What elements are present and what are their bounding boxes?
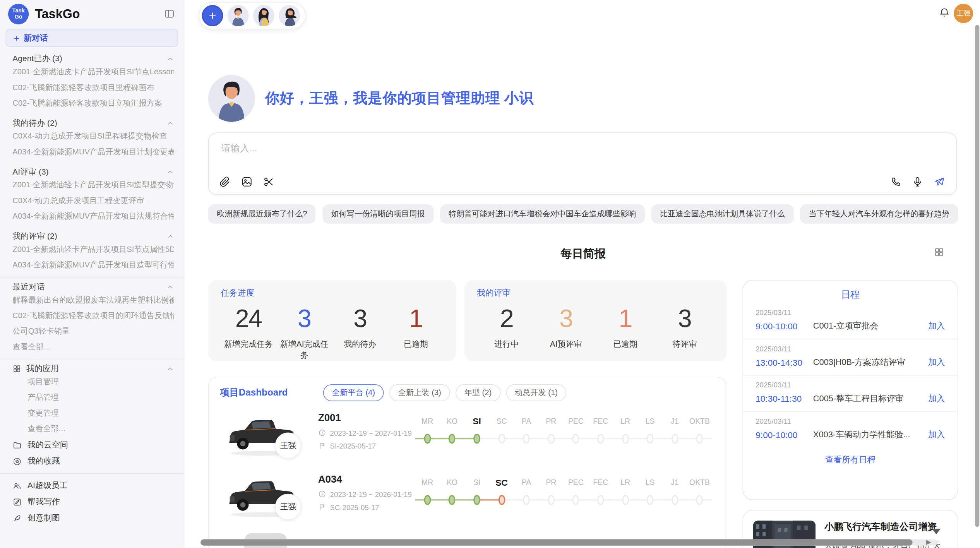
dashboard-tab[interactable]: 全新上装 (3) — [389, 384, 450, 401]
milestone: MR — [415, 415, 440, 445]
conversation-item[interactable]: Z001-全新燃油轻卡产品开发项目SI节点属性5D文件评审 — [12, 242, 174, 257]
conversation-item[interactable]: Z001-全新燃油轻卡产品开发项目SI造型提交物评审 — [12, 178, 174, 193]
add-agent-button[interactable]: + — [202, 5, 223, 26]
sidebar-item-cloud-space[interactable]: 我的云空间 — [0, 437, 184, 453]
dashboard-tab[interactable]: 动总开发 (1) — [506, 384, 566, 401]
suggestion-chip[interactable]: 比亚迪全固态电池计划具体说了什么 — [651, 204, 793, 224]
sidebar-item-favorites[interactable]: 我的收藏 — [0, 453, 184, 469]
join-button[interactable]: 加入 — [928, 320, 945, 332]
horizontal-scrollbar-thumb[interactable] — [200, 539, 912, 546]
conversation-item[interactable]: 公司Q3轻卡销量 — [12, 324, 174, 339]
stat-label: 已逾期 — [388, 339, 444, 350]
chevron-up-icon[interactable] — [167, 233, 174, 240]
sidebar-item-label: 我的收藏 — [27, 456, 60, 467]
project-row[interactable]: 王强 A034 2023-12-19 ~ 2026-01-19 SC-2025-… — [209, 466, 725, 527]
chevron-up-icon[interactable] — [167, 120, 174, 127]
insert-image-icon[interactable] — [241, 176, 252, 187]
plus-icon: + — [14, 33, 19, 43]
attach-file-icon[interactable] — [219, 176, 231, 187]
screenshot-scissors-icon[interactable] — [263, 176, 274, 187]
collapse-sidebar-icon[interactable] — [164, 8, 175, 19]
milestone-dot — [696, 495, 703, 505]
apps-grid-icon — [12, 364, 21, 373]
stat-label: 待评审 — [655, 339, 714, 350]
dashboard-tab[interactable]: 年型 (2) — [456, 384, 500, 401]
layout-grid-icon[interactable] — [934, 247, 944, 257]
stat: 2 进行中 — [477, 304, 536, 350]
milestone-track: MR KO — [415, 415, 712, 445]
scroll-down-arrow[interactable] — [932, 529, 941, 534]
chevron-up-icon[interactable] — [167, 365, 174, 372]
user-avatar[interactable]: 王强 — [954, 4, 973, 23]
schedule-entry: 2025/03/11 9:00-10:00 X003-车辆动力学性能验... 加… — [743, 411, 958, 448]
app-item[interactable]: 项目管理 — [12, 374, 174, 390]
suggestion-chip[interactable]: 特朗普可能对进口汽车增税会对中国车企造成哪些影响 — [440, 204, 645, 224]
conversation-item[interactable]: C02-飞腾新能源轻客改款项目的闭环通告反馈情况 — [12, 308, 174, 324]
milestone: SC — [489, 476, 514, 507]
send-icon[interactable] — [934, 176, 945, 187]
milestone-label: FEC — [588, 415, 613, 427]
conversation-item[interactable]: C02-飞腾新能源轻客改款项目立项汇报方案 — [12, 96, 174, 111]
join-button[interactable]: 加入 — [928, 357, 945, 368]
stat-value: 1 — [596, 304, 655, 332]
app-item[interactable]: 产品管理 — [12, 390, 174, 406]
conversation-item[interactable]: A034-全新新能源MUV产品开发项目法规符合性评审 — [12, 209, 174, 224]
stat-value: 3 — [276, 304, 332, 332]
chevron-up-icon[interactable] — [167, 55, 174, 62]
conversation-item[interactable]: 查看全部... — [12, 339, 174, 355]
conversation-item[interactable]: C02-飞腾新能源轻客改款项目里程碑画布 — [12, 80, 174, 96]
assistant-avatar — [208, 75, 255, 122]
microphone-icon[interactable] — [912, 176, 923, 187]
new-chat-button[interactable]: + 新对话 — [6, 29, 178, 47]
view-all-schedule-link[interactable]: 查看所有日程 — [743, 447, 958, 473]
stat-label: 进行中 — [477, 339, 536, 350]
conversation-item[interactable]: C0X4-动力总成开发项目SI里程碑提交物检查 — [12, 129, 174, 144]
conversation-item[interactable]: A034-全新新能源MUV产品开发项目计划变更表编写 — [12, 144, 174, 160]
schedule-date: 2025/03/11 — [756, 309, 945, 316]
agent-avatar[interactable] — [279, 5, 300, 26]
scroll-right-arrow[interactable] — [926, 540, 931, 545]
agent-avatar[interactable] — [228, 5, 249, 26]
milestone-label: KO — [440, 476, 464, 488]
milestone: PR — [539, 415, 564, 445]
suggestion-chip[interactable]: 当下年轻人对汽车外观有怎样的喜好趋势 — [800, 204, 958, 224]
sidebar-item-label: 我的云空间 — [27, 439, 68, 450]
voice-call-icon[interactable] — [890, 176, 901, 187]
conversation-item[interactable]: A034-全新新能源MUV产品开发项目造型可行性评审 — [12, 257, 174, 273]
clock-icon — [318, 429, 326, 437]
join-button[interactable]: 加入 — [928, 429, 945, 440]
dashboard-tab[interactable]: 全新平台 (4) — [323, 384, 384, 401]
conversation-item[interactable]: 解释最新出台的欧盟报废车法规再生塑料比例被调至15%... — [12, 293, 174, 308]
milestone-dot — [548, 434, 555, 444]
sidebar-item-label: 创意制图 — [27, 512, 60, 524]
write-icon — [12, 497, 22, 507]
chevron-up-icon[interactable] — [167, 168, 174, 175]
dashboard-title: 项目Dashboard — [220, 387, 288, 399]
suggestion-chip[interactable]: 如何写一份清晰的项目周报 — [322, 204, 433, 224]
chevron-up-icon[interactable] — [167, 283, 174, 290]
chat-input[interactable] — [220, 142, 660, 154]
sidebar-item-creative-drawing[interactable]: 创意制图 — [0, 510, 184, 526]
greeting-text: 你好，王强，我是你的项目管理助理 小识 — [265, 89, 534, 108]
schedule-time: 10:30-11:30 — [756, 394, 813, 404]
project-row[interactable]: 王强 Z001 2023-12-19 ~ 2027-01-19 SI-2025-… — [209, 405, 725, 466]
owner-badge: 王强 — [275, 432, 302, 459]
app-item[interactable]: 查看全部... — [12, 421, 174, 437]
news-title: 小鹏飞行汽车制造公司增资 — [824, 521, 947, 533]
stat: 3 我的待办 — [332, 304, 388, 361]
agent-avatar[interactable] — [253, 5, 274, 26]
suggestion-chip[interactable]: 欧洲新规最近颁布了什么? — [208, 204, 316, 224]
schedule-event-title: X003-车辆动力学性能验... — [813, 429, 923, 440]
conversation-item[interactable]: Z001-全新燃油皮卡产品开发项目SI节点Lesson Learn报告 — [12, 64, 174, 80]
milestone-label: PR — [539, 476, 564, 488]
conversation-item[interactable]: C0X4-动力总成开发项目工程变更评审 — [12, 193, 174, 209]
sidebar-item-ai-super-staff[interactable]: AI超级员工 — [0, 478, 184, 494]
app-window: Task Go TaskGo + 新对话 Agent已办 (3) Z001-全新… — [0, 0, 980, 548]
notifications-bell-icon[interactable] — [939, 7, 950, 18]
vertical-scrollbar-thumb[interactable] — [975, 25, 979, 527]
stat-value: 1 — [388, 304, 444, 332]
join-button[interactable]: 加入 — [928, 393, 945, 404]
app-item[interactable]: 变更管理 — [12, 406, 174, 421]
milestone-dot — [498, 495, 505, 505]
sidebar-item-help-me-write[interactable]: 帮我写作 — [0, 494, 184, 510]
